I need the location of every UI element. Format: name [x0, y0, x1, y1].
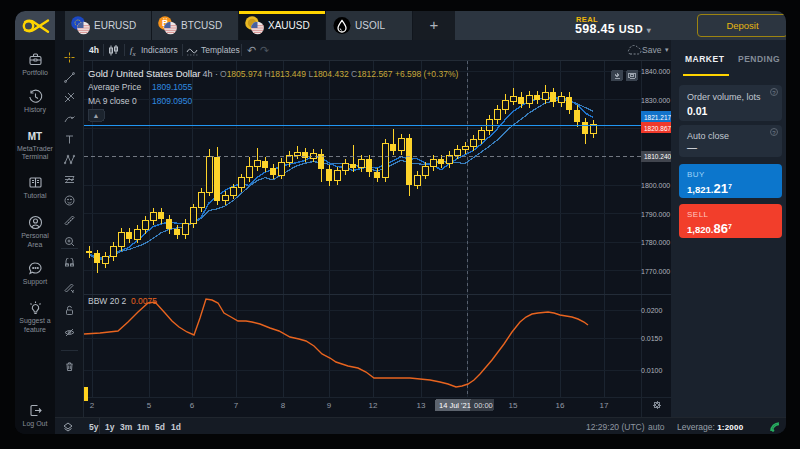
- svg-text:15: 15: [509, 401, 518, 410]
- svg-text:8: 8: [281, 401, 286, 410]
- svg-text:BBW 20 2: BBW 20 2: [88, 296, 127, 306]
- svg-text:MA 9 close 0: MA 9 close 0: [88, 96, 137, 106]
- svg-text:0.0075: 0.0075: [131, 296, 157, 306]
- svg-text:1780.000: 1780.000: [641, 239, 670, 246]
- svg-text:0.0150: 0.0150: [641, 335, 663, 342]
- svg-text:7: 7: [234, 401, 239, 410]
- svg-text:1820.867: 1820.867: [644, 125, 671, 132]
- svg-text:1809.1055: 1809.1055: [152, 82, 192, 92]
- svg-text:1790.000: 1790.000: [641, 211, 670, 218]
- svg-text:1821.217: 1821.217: [644, 114, 671, 121]
- svg-text:1809.0950: 1809.0950: [152, 96, 192, 106]
- svg-text:Average Price: Average Price: [88, 82, 142, 92]
- svg-text:· 4h ·: · 4h ·: [197, 69, 218, 79]
- svg-text:6: 6: [190, 401, 195, 410]
- svg-text:1770.000: 1770.000: [641, 268, 670, 275]
- svg-text:9: 9: [327, 401, 332, 410]
- svg-text:00:00: 00:00: [474, 401, 493, 410]
- svg-text:2: 2: [90, 401, 95, 410]
- svg-text:5: 5: [147, 401, 152, 410]
- svg-text:1830.000: 1830.000: [641, 97, 670, 104]
- svg-text:Gold / United States Dollar: Gold / United States Dollar: [88, 68, 200, 79]
- svg-text:1810.240: 1810.240: [644, 153, 671, 160]
- svg-text:12: 12: [369, 401, 378, 410]
- svg-text:O1805.974 H1813.449 L1804.432: O1805.974 H1813.449 L1804.432 C1812.567 …: [220, 69, 458, 79]
- svg-text:1800.000: 1800.000: [641, 182, 670, 189]
- svg-text:0.0200: 0.0200: [641, 307, 663, 314]
- svg-text:14 Jul '21: 14 Jul '21: [439, 401, 471, 410]
- svg-text:1840.000: 1840.000: [641, 68, 670, 75]
- svg-text:0.0100: 0.0100: [641, 367, 663, 374]
- svg-text:13: 13: [417, 401, 426, 410]
- svg-text:▲: ▲: [93, 112, 100, 119]
- svg-text:17: 17: [600, 401, 609, 410]
- svg-text:16: 16: [556, 401, 565, 410]
